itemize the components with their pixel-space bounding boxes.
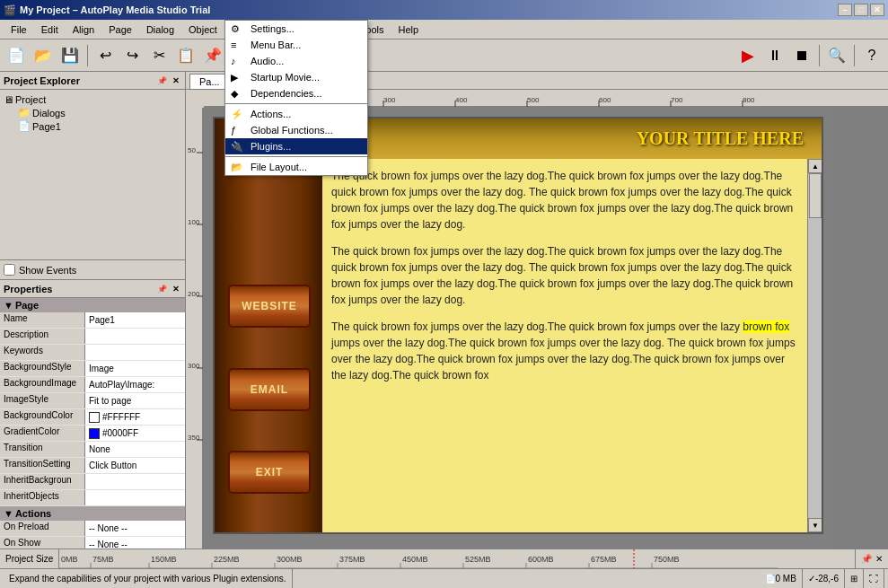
- menu-item-audio[interactable]: ♪Audio...: [225, 53, 367, 69]
- section-label: Page: [15, 300, 39, 311]
- svg-text:525MB: 525MB: [465, 555, 491, 564]
- menu-item-dependencies[interactable]: ◆Dependencies...: [225, 85, 367, 101]
- prop-gradcolor-value[interactable]: #0000FF: [85, 426, 185, 441]
- dependencies-icon: ◆: [231, 88, 238, 100]
- tree-item-page1[interactable]: 📄 Page1: [4, 119, 181, 133]
- props-close-button[interactable]: ✕: [171, 285, 181, 294]
- prop-description-value[interactable]: [85, 329, 185, 344]
- actions-collapse-icon[interactable]: ▼: [4, 508, 13, 519]
- project-size-track: 0MB 75MB 150MB 225MB 300MB 375MB 450MB 5…: [59, 549, 855, 568]
- prop-onshow-row: On Show -- None --: [0, 537, 185, 549]
- prop-onpreload-value[interactable]: -- None --: [85, 521, 185, 536]
- menu-item-global-functions[interactable]: ƒGlobal Functions...: [225, 122, 367, 138]
- tree-item-project[interactable]: 🖥 Project: [4, 93, 181, 106]
- run-btn[interactable]: ▶: [735, 43, 761, 68]
- page1-icon: 📄: [18, 120, 31, 132]
- close-panel-button[interactable]: ✕: [171, 76, 181, 85]
- scroll-thumb[interactable]: [809, 173, 822, 218]
- menu-object[interactable]: Object: [181, 22, 224, 37]
- project-size-bar: Project Size 0MB 75MB 150MB 225MB 300MB …: [0, 549, 888, 568]
- paste-button[interactable]: 📌: [200, 43, 225, 68]
- bgcolor-swatch: [89, 412, 100, 423]
- page-section-header: ▼ Page: [0, 298, 185, 312]
- file-size-indicator: 📄 0 MB: [760, 569, 803, 588]
- main-layout: Project Explorer 📌 ✕ 🖥 Project 📁 Dialogs…: [0, 72, 888, 549]
- show-events-checkbox[interactable]: [4, 264, 15, 276]
- prop-transition-value[interactable]: None: [85, 442, 185, 457]
- undo-button[interactable]: ↩: [92, 43, 118, 68]
- dialogs-label: Dialogs: [32, 108, 66, 118]
- prop-transition-label: Transition: [0, 442, 85, 457]
- tree-item-dialogs[interactable]: 📁 Dialogs: [4, 106, 181, 119]
- save-button[interactable]: 💾: [57, 43, 83, 68]
- menu-item-file-layout[interactable]: 📂File Layout...: [225, 159, 367, 175]
- pause-btn[interactable]: ⏸: [762, 43, 787, 68]
- prop-bgstyle-value[interactable]: Image: [85, 361, 185, 376]
- minimize-button[interactable]: –: [838, 4, 852, 16]
- coordinates-display: ✓ -28,-6: [803, 569, 845, 588]
- exit-button[interactable]: EXIT: [228, 451, 311, 494]
- prop-inheritbg-value[interactable]: [85, 474, 185, 489]
- prop-onshow-value[interactable]: -- None --: [85, 537, 185, 549]
- title-bar-buttons[interactable]: – □ ✕: [838, 4, 884, 16]
- website-button[interactable]: WEBSITE: [228, 285, 311, 328]
- prop-bgcolor-value[interactable]: #FFFFFF: [85, 409, 185, 425]
- page-title-bar: YOUR TITLE HERE: [322, 118, 822, 159]
- prop-gradcolor-row: GradientColor #0000FF: [0, 426, 185, 442]
- stop-btn[interactable]: ⏹: [789, 43, 814, 68]
- gradcolor-swatch: [89, 428, 100, 439]
- project-dropdown-menu: ⚙Settings... ≡Menu Bar... ♪Audio... ▶Sta…: [224, 20, 368, 176]
- prop-imagestyle-label: ImageStyle: [0, 393, 85, 408]
- open-button[interactable]: 📂: [31, 43, 56, 68]
- menu-item-menubar[interactable]: ≡Menu Bar...: [225, 37, 367, 53]
- redo-button[interactable]: ↪: [119, 43, 145, 68]
- functions-icon: ƒ: [231, 125, 236, 136]
- close-button[interactable]: ✕: [870, 4, 884, 16]
- menu-item-settings[interactable]: ⚙Settings...: [225, 21, 367, 37]
- svg-text:375MB: 375MB: [339, 555, 365, 564]
- prop-name-row: Name Page1: [0, 312, 185, 329]
- menu-edit[interactable]: Edit: [34, 22, 66, 37]
- menu-file[interactable]: File: [4, 22, 34, 37]
- scroll-up-btn[interactable]: ▲: [808, 159, 822, 173]
- menu-item-startup-movie[interactable]: ▶Startup Movie...: [225, 69, 367, 85]
- grid-icon: ⊞: [850, 574, 857, 584]
- prop-inheritobj-value[interactable]: [85, 490, 185, 505]
- menu-align[interactable]: Align: [66, 22, 101, 37]
- page-content: The quick brown fox jumps over the lazy …: [322, 159, 807, 532]
- file-icon: 📄: [765, 574, 776, 584]
- prop-description-row: Description: [0, 329, 185, 345]
- prop-keywords-value[interactable]: [85, 345, 185, 360]
- props-pin-button[interactable]: 📌: [155, 285, 169, 294]
- pin-button[interactable]: 📌: [155, 76, 169, 85]
- prop-transitionsetting-value[interactable]: Click Button: [85, 458, 185, 473]
- new-button[interactable]: 📄: [4, 43, 29, 68]
- show-events-row: Show Events: [0, 260, 185, 280]
- svg-text:100: 100: [188, 218, 200, 226]
- prop-bgimage-value[interactable]: AutoPlay\Image:: [85, 377, 185, 392]
- plugins-icon: 🔌: [231, 141, 243, 153]
- email-label: EMAIL: [251, 383, 288, 396]
- prop-imagestyle-value[interactable]: Fit to page: [85, 393, 185, 408]
- menu-page[interactable]: Page: [101, 22, 139, 37]
- help-btn[interactable]: ?: [859, 43, 884, 68]
- canvas-scrollbar-v: ▲ ▼: [807, 159, 822, 532]
- project-explorer-header: Project Explorer 📌 ✕: [0, 72, 185, 90]
- menu-item-plugins[interactable]: 🔌Plugins...: [225, 138, 367, 154]
- scroll-track: [808, 173, 822, 518]
- menu-dialog[interactable]: Dialog: [139, 22, 181, 37]
- section-collapse-icon[interactable]: ▼: [4, 300, 13, 311]
- zoom-btn[interactable]: 🔍: [824, 43, 849, 68]
- prop-gradcolor-label: GradientColor: [0, 426, 85, 441]
- menu-item-actions[interactable]: ⚡Actions...: [225, 106, 367, 122]
- email-button[interactable]: EMAIL: [228, 368, 311, 411]
- ruler-vertical: 50 100 200 300 350: [186, 108, 204, 549]
- cut-button[interactable]: ✂: [146, 43, 171, 68]
- menu-help[interactable]: Help: [391, 22, 426, 37]
- canvas-tab-page[interactable]: Pa...: [189, 74, 230, 89]
- actions-section-header: ▼ Actions: [0, 506, 185, 521]
- prop-name-value[interactable]: Page1: [85, 312, 185, 328]
- copy-button[interactable]: 📋: [173, 43, 198, 68]
- scroll-down-btn[interactable]: ▼: [808, 518, 822, 532]
- maximize-button[interactable]: □: [854, 4, 868, 16]
